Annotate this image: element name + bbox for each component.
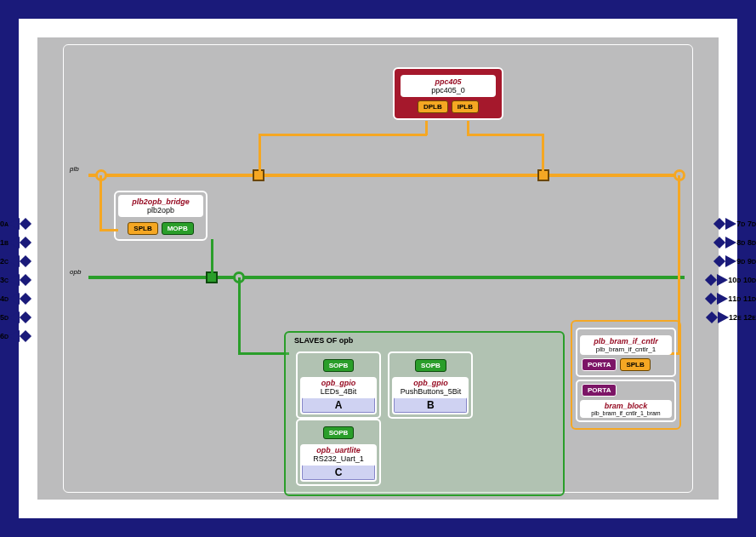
canvas: plb opb ppc405 ppc405_0 DPLB IPLB plb2op… (37, 37, 719, 500)
edge-left-6: 6D (0, 330, 31, 342)
ppc405-inst: ppc405_0 (406, 86, 491, 94)
slave-a[interactable]: SOPB opb_gpio LEDs_4Bit A (296, 351, 381, 419)
edge-right-8: 8D 8D (713, 237, 756, 249)
plb2opb-bridge[interactable]: plb2opb_bridge plb2opb SPLB MOPB (114, 191, 207, 241)
porta-top[interactable]: PORTA (582, 358, 617, 371)
iplb-h (467, 134, 543, 136)
edge-left-1: 1B (0, 237, 31, 249)
edge-left-5: 5D (0, 311, 31, 323)
slave-a-cap: A (302, 397, 375, 413)
mopb-port[interactable]: MOPB (162, 222, 194, 235)
sopb-port-b[interactable]: SOPB (415, 359, 446, 372)
splb-h (99, 229, 118, 231)
plb-bus (88, 174, 685, 177)
slave-a-type: opb_gpio (302, 379, 375, 387)
bridge-header: plb2opb_bridge plb2opb (118, 195, 203, 217)
slaves-label: SLAVES OF opb (294, 336, 353, 345)
edge-right-12: 12E 12E (706, 311, 756, 323)
sopb-port-c[interactable]: SOPB (323, 426, 355, 439)
edge-left-3: 3C (0, 274, 31, 286)
splb-cntlr[interactable]: SPLB (620, 358, 650, 371)
bridge-type: plb2opb_bridge (121, 197, 201, 206)
sopb-port-a[interactable]: SOPB (323, 359, 355, 372)
cntlr-top-inst: plb_bram_if_cntlr_1 (582, 346, 670, 353)
bridge-inst: plb2opb (121, 206, 201, 214)
dplb-h (259, 134, 427, 136)
slave-c-type: opb_uartlite (302, 446, 375, 454)
edge-right-9: 9D 9D (713, 255, 756, 267)
mopb-v (211, 239, 213, 276)
ppc405-block[interactable]: ppc405 ppc405_0 DPLB IPLB (393, 67, 503, 120)
cntlr-bot-inst: plb_bram_if_cntlr_1_bram (582, 410, 670, 416)
ppc405-type: ppc405 (406, 77, 491, 86)
slave-c[interactable]: SOPB opb_uartlite RS232_Uart_1 C (296, 419, 381, 486)
dplb-port[interactable]: DPLB (418, 100, 448, 113)
edge-right-7: 7D 7D (713, 218, 756, 230)
slave-a-inst: LEDs_4Bit (302, 387, 375, 396)
opb-drop-h (238, 352, 289, 355)
edge-left-4: 4D (0, 293, 31, 305)
edge-left-2: 2C (0, 255, 31, 267)
slave-b-type: opb_gpio (394, 379, 467, 387)
iplb-v (542, 134, 544, 175)
opb-bus (88, 276, 685, 279)
splb-v (99, 175, 102, 229)
slave-c-cap: C (302, 465, 375, 480)
cntlr-group: plb_bram_if_cntlr plb_bram_if_cntlr_1 PO… (571, 320, 681, 430)
splb-port[interactable]: SPLB (128, 222, 157, 235)
plb-bus-label: plb (70, 165, 79, 173)
ppc405-header: ppc405 ppc405_0 (401, 75, 496, 97)
dplb-v (259, 134, 261, 175)
cntlr-bot-type: bram_block (582, 402, 670, 410)
slave-b-cap: B (394, 397, 467, 413)
opb-bus-label: opb (70, 268, 81, 276)
opb-drop (238, 277, 241, 354)
slave-b-inst: PushButtons_5Bit (394, 387, 467, 396)
diagram-frame: plb opb ppc405 ppc405_0 DPLB IPLB plb2op… (0, 0, 756, 537)
edge-right-10: 10D 10D (705, 274, 756, 286)
slaves-group: SLAVES OF opb SOPB opb_gpio LEDs_4Bit A … (284, 331, 565, 496)
cntlr-top-type: plb_bram_if_cntlr (582, 337, 670, 346)
edge-right-11: 11D 11D (705, 293, 756, 305)
slave-b[interactable]: SOPB opb_gpio PushButtons_5Bit B (388, 351, 473, 419)
slave-c-inst: RS232_Uart_1 (302, 454, 375, 463)
edge-left-0: 0A (0, 218, 31, 230)
cntlr-top[interactable]: plb_bram_if_cntlr plb_bram_if_cntlr_1 PO… (576, 328, 676, 377)
iplb-port[interactable]: IPLB (452, 100, 479, 113)
cntlr-bot[interactable]: PORTA bram_block plb_bram_if_cntlr_1_bra… (576, 380, 676, 422)
porta-bot[interactable]: PORTA (582, 384, 617, 397)
